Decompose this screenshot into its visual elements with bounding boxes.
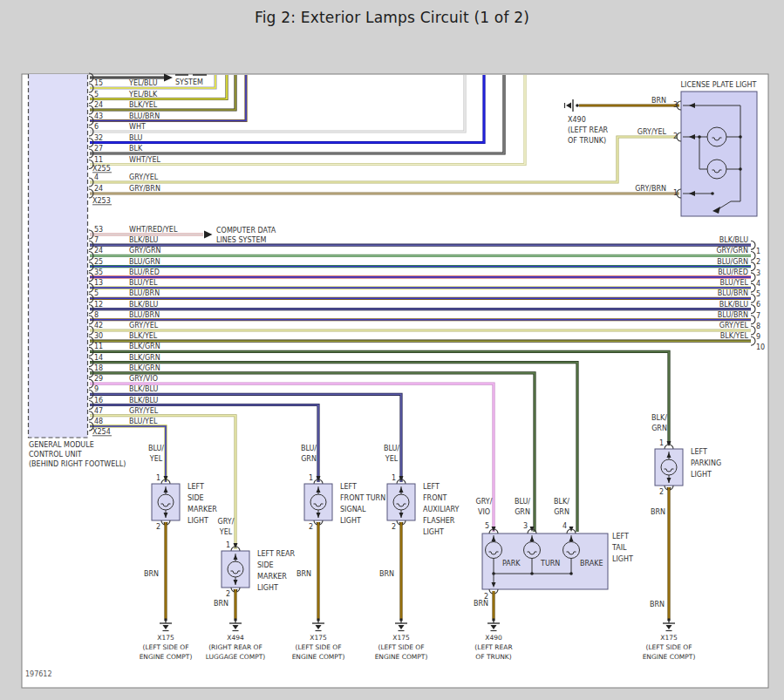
pin-number: 29 [94, 375, 103, 383]
pin-number: 3 [523, 522, 528, 530]
pin-number: 1 [673, 189, 678, 197]
pin-number: 5 [94, 289, 99, 297]
pin-number: 2 [156, 523, 160, 531]
component-name: PARKING [691, 459, 721, 467]
wire-color-label: BLK/BLU [129, 385, 158, 393]
ground-label: (LEFT REAR [474, 643, 512, 651]
pin-number: 47 [94, 407, 103, 415]
wire-color-label: BRN [379, 570, 394, 578]
wire-color-label: BLU/ [301, 445, 317, 452]
pin-number: 24 [94, 247, 103, 255]
wire-color-label: BRN [297, 570, 311, 578]
wiring-diagram-page: Fig 2: Exterior Lamps Circuit (1 of 2) G… [0, 0, 784, 700]
junction-dot [739, 167, 742, 171]
component-name: FRONT [423, 494, 447, 502]
wire-color-label: BLK/BLU [129, 236, 158, 244]
wire-color-label: BLK/GRN [129, 354, 160, 362]
wire-color-label: GRY/GRN [716, 247, 748, 255]
pin-number: 15 [94, 79, 103, 87]
component-name: MARKER [257, 573, 287, 581]
component-name: TAIL [611, 544, 627, 552]
wire-color-label: GRY/YEL [129, 173, 159, 181]
wire-color-label: BLU/GRN [129, 258, 160, 266]
wire-color-label: GRN [651, 425, 667, 432]
pin-number: 5 [94, 91, 99, 99]
pin-number: 2 [673, 133, 678, 140]
wire-color-label: BLU/BRN [129, 311, 160, 319]
wire-color-label: BLK/ [554, 498, 569, 506]
ground-label: ENGINE COMPT) [292, 653, 345, 661]
pin-number: 1 [309, 474, 313, 482]
component-name: FRONT TURN [340, 494, 385, 502]
wire-color-label: BLU/GRN [717, 258, 748, 266]
pin-number: 42 [94, 322, 103, 330]
pin-number: 43 [94, 112, 103, 120]
component-name: SIDE [257, 561, 274, 569]
wire-color-label: BLU/ [384, 445, 399, 452]
wire-color-label: BLU/BRN [129, 289, 160, 297]
wire-color-label: BLK/YEL [720, 332, 749, 340]
bulb-icon [707, 127, 726, 146]
figure-number: 197612 [25, 670, 52, 678]
wire-color-label: BLU/BRN [129, 112, 160, 120]
right-pin-number: 6 [756, 301, 760, 309]
pin-number: 1 [392, 474, 396, 482]
bulb-function-label: BRAKE [580, 560, 603, 567]
junction-dot [711, 192, 714, 195]
pin-number: 12 [94, 301, 103, 309]
computer-data-label: COMPUTER DATA [216, 227, 276, 234]
pin-number: 5 [485, 522, 489, 530]
right-pin-number: 7 [756, 312, 760, 320]
ground-label: ENGINE COMPT) [140, 653, 193, 661]
pin-number: 30 [94, 332, 103, 340]
wire-color-label: GRY/VIO [129, 375, 158, 383]
ground-label: LUGGAGE COMPT) [206, 653, 266, 661]
wire-color-label: GRY/YEL [719, 322, 749, 330]
bulb-icon [707, 160, 726, 179]
pin-number: 27 [94, 145, 103, 153]
ground-label: (LEFT REAR [568, 126, 609, 134]
component-name: LEFT REAR [257, 550, 295, 558]
wire-color-label: YEL [149, 455, 163, 463]
junction-dot [739, 135, 742, 139]
pin-number: 2 [392, 523, 396, 531]
pin-number: 13 [94, 279, 103, 287]
pin-number: 7 [94, 236, 99, 244]
ground-label: OF TRUNK) [568, 137, 606, 145]
wire-color-label: GRN [301, 455, 317, 463]
ground-label: (LEFT SIDE OF [142, 643, 188, 651]
connector-label-x254: X254 [92, 428, 111, 436]
ground-label: OF TRUNK) [475, 653, 511, 661]
pin-number: 18 [94, 364, 103, 372]
component-name: LEFT [691, 448, 707, 456]
wire-color-label: BRN [474, 600, 488, 608]
bulb-function-label: PARK [502, 560, 521, 567]
computer-data-label: LINES SYSTEM [216, 236, 266, 244]
pin-number: 2 [659, 488, 664, 496]
wire-color-label: YEL/BLK [128, 91, 158, 99]
wire-color-label: GRY/BRN [129, 185, 160, 193]
pin-number: 53 [94, 226, 103, 234]
wire-color-label: WHT/YEL [129, 156, 160, 164]
right-pin-number: 1 [756, 248, 760, 255]
ground-label: X175 [660, 634, 678, 642]
wire-color-label: BLU/RED [129, 268, 160, 276]
ground-label: ENGINE COMPT) [375, 653, 428, 661]
pin-number: 9 [94, 385, 99, 393]
wire-color-label: VIO [478, 508, 490, 516]
system-callout-label: SYSTEM [175, 78, 203, 86]
component-name: LIGHT [691, 471, 712, 479]
wire-color-label: BLU [129, 134, 143, 142]
wire-color-label: BLK/YEL [129, 332, 158, 340]
pin-number: 4 [94, 173, 99, 181]
ground-label: (LEFT SIDE OF [295, 643, 341, 651]
wire-color-label: BLK/BLU [719, 301, 748, 309]
pin-number: 35 [94, 268, 103, 276]
pin-number: 2 [309, 523, 313, 531]
pin-number: 6 [94, 123, 99, 131]
pin-number: 11 [94, 343, 103, 350]
right-pin-number: 10 [756, 343, 765, 351]
pin-number: 16 [94, 397, 103, 404]
control-unit-name: CONTROL UNIT [29, 451, 82, 459]
wire-color-label: BLU/BRN [718, 311, 748, 319]
